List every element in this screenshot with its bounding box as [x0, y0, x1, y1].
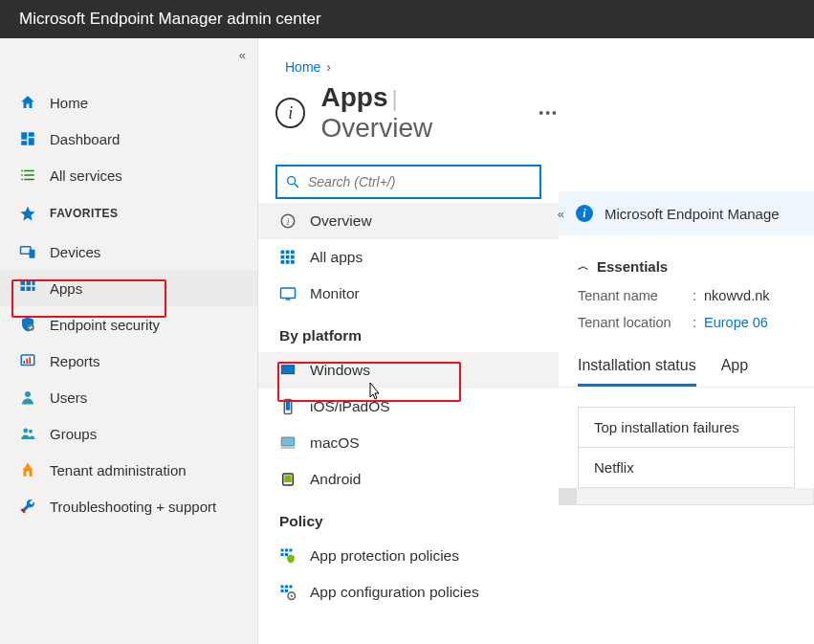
sidebar-item-devices[interactable]: Devices: [0, 233, 257, 270]
info-outline-icon: i: [275, 98, 305, 128]
subnav-item-overview[interactable]: i Overview: [258, 203, 559, 239]
tab-app[interactable]: App: [721, 357, 748, 387]
group-icon: [19, 425, 36, 442]
subnav-item-windows[interactable]: Windows: [258, 352, 559, 389]
subnav-item-app-protection[interactable]: App protection policies: [258, 538, 559, 574]
subnav-item-android[interactable]: Android: [258, 461, 559, 498]
macos-icon: [279, 434, 297, 452]
svg-rect-25: [281, 255, 285, 259]
apps-grid-icon: [279, 249, 297, 266]
svg-point-18: [288, 177, 296, 185]
sidebar: « Home Dashboard All services FAVORITES …: [0, 38, 258, 644]
svg-rect-11: [27, 359, 29, 364]
dashboard-icon: [19, 130, 36, 147]
page-title: Apps | Overview: [320, 82, 512, 144]
favorites-label: FAVORITES: [50, 207, 119, 220]
user-icon: [19, 389, 36, 406]
page-title-text: Apps: [320, 82, 387, 112]
subnav-item-label: macOS: [310, 434, 360, 452]
collapse-sidebar-icon[interactable]: «: [239, 48, 246, 62]
page-subtitle: Overview: [320, 113, 432, 143]
apps-icon: [19, 279, 36, 297]
sidebar-item-home[interactable]: Home: [0, 84, 257, 121]
breadcrumb-item-home[interactable]: Home: [285, 59, 320, 75]
sidebar-item-tenant-admin[interactable]: Tenant administration: [0, 452, 257, 488]
sidebar-item-all-services[interactable]: All services: [0, 157, 257, 193]
svg-rect-47: [285, 586, 288, 588]
svg-rect-37: [281, 437, 295, 446]
subnav-item-label: App configuration policies: [310, 584, 479, 601]
sidebar-item-label: Home: [50, 95, 88, 111]
table-row[interactable]: Netflix: [579, 448, 794, 487]
svg-rect-28: [281, 260, 285, 264]
svg-rect-33: [281, 366, 295, 374]
sidebar-item-label: Devices: [50, 244, 100, 260]
sidebar-item-label: Apps: [50, 280, 82, 297]
tabs: Installation status App: [559, 336, 814, 388]
info-banner: i Microsoft Endpoint Manage: [559, 191, 814, 235]
svg-rect-17: [27, 472, 30, 477]
breadcrumb: Home ›: [258, 59, 559, 82]
resource-menu: Home › i Apps | Overview ••• « i Overvie…: [258, 38, 559, 644]
config-policy-icon: [279, 584, 297, 601]
svg-rect-31: [281, 288, 296, 299]
subnav-item-label: Monitor: [310, 285, 360, 302]
subnav-item-monitor[interactable]: Monitor: [258, 276, 559, 312]
svg-rect-48: [290, 586, 293, 588]
sidebar-item-groups[interactable]: Groups: [0, 415, 257, 452]
sidebar-item-label: Users: [50, 389, 87, 406]
devices-icon: [19, 243, 36, 260]
svg-point-13: [25, 391, 31, 397]
svg-rect-12: [30, 357, 32, 364]
search-input[interactable]: [308, 174, 532, 189]
svg-rect-22: [281, 251, 285, 255]
tab-installation-status[interactable]: Installation status: [578, 357, 696, 387]
subnav-item-label: All apps: [310, 249, 363, 266]
sidebar-item-reports[interactable]: Reports: [0, 343, 257, 379]
sidebar-item-endpoint-security[interactable]: Endpoint security: [0, 306, 257, 343]
sidebar-item-label: Reports: [50, 353, 100, 369]
sidebar-item-apps[interactable]: Apps: [0, 270, 257, 306]
title-divider: |: [391, 85, 397, 111]
sidebar-item-dashboard[interactable]: Dashboard: [0, 121, 257, 157]
subnav-item-macos[interactable]: macOS: [258, 425, 559, 461]
svg-rect-40: [284, 476, 292, 483]
svg-rect-44: [281, 553, 284, 556]
svg-rect-7: [33, 287, 35, 292]
more-icon[interactable]: •••: [527, 105, 559, 121]
sidebar-item-label: All services: [50, 167, 122, 184]
search-input-wrapper[interactable]: [275, 165, 541, 199]
kv-value-link[interactable]: Europe 06: [704, 315, 768, 330]
svg-rect-26: [286, 255, 290, 259]
subnav-item-label: Android: [310, 471, 361, 488]
monitor-icon: [279, 285, 297, 302]
global-header: Microsoft Endpoint Manager admin center: [0, 0, 814, 38]
collapse-menu-icon[interactable]: «: [558, 207, 564, 221]
svg-point-52: [291, 595, 293, 597]
subnav-item-ios[interactable]: iOS/iPadOS: [258, 389, 559, 425]
subnav-header-policy: Policy: [258, 498, 559, 538]
table-header: Top installation failures: [579, 408, 794, 448]
svg-rect-49: [281, 589, 284, 592]
svg-rect-6: [27, 287, 32, 292]
android-icon: [279, 471, 297, 488]
horizontal-scrollbar[interactable]: [559, 488, 814, 505]
subnav-item-label: App protection policies: [310, 547, 459, 565]
chevron-right-icon: ›: [326, 59, 331, 75]
svg-rect-45: [285, 553, 288, 556]
svg-line-19: [295, 184, 298, 188]
subnav-item-all-apps[interactable]: All apps: [258, 239, 559, 276]
sidebar-item-troubleshooting[interactable]: Troubleshooting + support: [0, 488, 257, 524]
content-pane: i Microsoft Endpoint Manage ︿ Essentials…: [559, 38, 814, 644]
sidebar-item-label: Troubleshooting + support: [50, 499, 216, 515]
svg-rect-0: [21, 247, 32, 255]
svg-rect-46: [281, 586, 284, 588]
sidebar-item-label: Dashboard: [50, 131, 120, 147]
sidebar-item-users[interactable]: Users: [0, 379, 257, 415]
subnav-item-app-config[interactable]: App configuration policies: [258, 574, 559, 611]
banner-text: Microsoft Endpoint Manage: [605, 206, 780, 222]
essentials-toggle[interactable]: ︿ Essentials: [559, 235, 814, 282]
svg-rect-23: [286, 251, 290, 255]
svg-rect-1: [30, 250, 35, 258]
wrench-icon: [19, 498, 36, 515]
